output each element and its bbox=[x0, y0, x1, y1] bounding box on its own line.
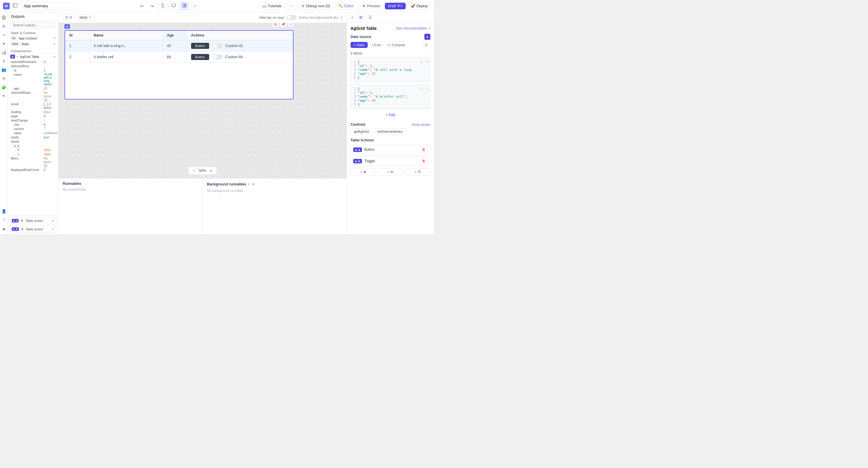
editor-button[interactable]: ✏️ Editor bbox=[335, 2, 357, 10]
undo-button[interactable]: ↩ bbox=[138, 2, 146, 10]
svg-rect-0 bbox=[13, 4, 17, 7]
datasource-label: Data source bbox=[350, 35, 371, 39]
see-documentation-button[interactable]: See documentation ↗ bbox=[396, 26, 430, 30]
ta-item-aa[interactable]: a_a Button 🗑 bbox=[350, 145, 430, 154]
cell-actions-2: Button Custom 84 bbox=[187, 52, 293, 63]
preview-icon: 👁 bbox=[362, 4, 366, 8]
cell-id-2: 2 bbox=[65, 52, 89, 63]
layout-button[interactable] bbox=[180, 2, 189, 10]
sidebar-home-icon[interactable]: 🏠 bbox=[1, 15, 6, 20]
redo-button[interactable]: ↪ bbox=[148, 2, 156, 10]
zoom-in-button[interactable]: + bbox=[209, 168, 213, 173]
state-row-inputs: inputs : bbox=[8, 139, 58, 144]
sidebar-logout-icon[interactable]: ⏏ bbox=[2, 227, 6, 231]
sidebar-puzzle-icon[interactable]: 🧩 bbox=[1, 85, 6, 90]
component-edit-button[interactable]: ✏ bbox=[16, 55, 19, 59]
table-action-item-ab[interactable]: a_b 🖱 Table action ▼ bbox=[10, 226, 56, 233]
ta-ab-icon: 🖱 bbox=[21, 227, 24, 231]
set-selected-index-button[interactable]: setSelectedIndex bbox=[374, 128, 406, 135]
datasource-compute-tab[interactable]: <> Compute bbox=[384, 42, 408, 48]
datasource-static-tab[interactable]: ✏ Static bbox=[350, 42, 368, 48]
ta-item-ab-delete-button[interactable]: 🗑 bbox=[420, 158, 428, 164]
sidebar-flow-icon[interactable]: ⇒ bbox=[2, 33, 5, 37]
table-row[interactable]: 1 A cell with a long n... 42 Button bbox=[65, 40, 293, 52]
add-item-button[interactable]: + Add bbox=[350, 112, 430, 118]
state-row[interactable]: state State ▼ bbox=[8, 41, 58, 47]
sidebar-settings-icon[interactable]: ⚙ bbox=[2, 76, 6, 81]
state-row-id: id : 1 bbox=[8, 68, 58, 72]
state-row-loading: loading : false bbox=[8, 110, 58, 114]
ctx-row[interactable]: ctx App Context ▼ bbox=[8, 35, 58, 41]
row-toggle-1[interactable] bbox=[212, 43, 222, 49]
col-name: Name bbox=[89, 31, 162, 40]
cell-name-1: A cell with a long n... bbox=[89, 40, 162, 52]
expand-button[interactable]: ⤢ bbox=[191, 2, 199, 10]
tutorials-button[interactable]: 📖 Tutorials bbox=[259, 2, 285, 10]
sidebar-grid-icon[interactable]: ⊞ bbox=[2, 24, 5, 28]
row-button-2[interactable]: Button bbox=[191, 54, 209, 60]
ta-item-aa-delete-button[interactable]: 🗑 bbox=[420, 147, 428, 153]
sidebar-person-icon[interactable]: 👤 bbox=[1, 209, 6, 213]
col-id: Id bbox=[65, 31, 89, 40]
sidebar-bar-icon[interactable]: 📊 bbox=[1, 50, 6, 55]
datasource-badge: a bbox=[424, 34, 430, 40]
cell-age-2: 84 bbox=[162, 52, 187, 63]
rp-plus-icon[interactable]: + bbox=[349, 13, 355, 22]
json-block-1-close-button[interactable]: ✕ bbox=[425, 59, 428, 64]
json-block-2-close-button[interactable]: ✕ bbox=[425, 86, 428, 90]
sidebar-star-icon[interactable]: ★ bbox=[2, 41, 6, 46]
add-list-button[interactable]: + ☰ bbox=[405, 168, 430, 175]
add-view-button[interactable]: + 👁 bbox=[378, 168, 403, 175]
desktop-view-button[interactable] bbox=[169, 2, 178, 10]
bg-info-icon[interactable]: ℹ bbox=[248, 182, 249, 186]
preview-button[interactable]: 👁 Preview bbox=[359, 2, 383, 10]
bg-add-button[interactable]: + bbox=[252, 181, 254, 187]
sidebar-eye-icon[interactable]: 👁 bbox=[2, 94, 6, 98]
rp-components-icon[interactable]: ⚙ bbox=[356, 13, 366, 22]
ta-item-aa-badge: a_a bbox=[353, 147, 362, 152]
state-row-filters: filters : No items ([]) bbox=[8, 156, 58, 168]
get-ag-grid-button[interactable]: getAgGrid bbox=[350, 128, 372, 135]
search-outputs-input[interactable] bbox=[10, 22, 56, 28]
hide-bar-toggle[interactable] bbox=[286, 15, 297, 20]
row-toggle-2[interactable] bbox=[212, 54, 222, 60]
frame-add-icon[interactable]: + bbox=[288, 23, 293, 27]
table-row[interactable]: 2 A briefer cell 84 Button bbox=[65, 52, 293, 63]
draft-button[interactable]: Draft ⌘S bbox=[385, 3, 405, 9]
chevron-down-icon: ▼ bbox=[89, 16, 92, 19]
component-chevron-icon: ▼ bbox=[53, 55, 56, 58]
once-dropdown[interactable]: once ▼ bbox=[77, 14, 94, 21]
json-block-2-drag-icon: ⠿ bbox=[420, 87, 423, 92]
table-action-item-aa[interactable]: a_a 🖱 Table action ▼ bbox=[10, 217, 56, 224]
state-row-selectedRows: selectedRows : No items ([]) bbox=[8, 90, 58, 102]
app-title-input[interactable] bbox=[21, 2, 78, 10]
component-badge: a bbox=[10, 55, 15, 59]
rp-layers-icon[interactable]: ☰ bbox=[367, 13, 374, 21]
ta-aa-chevron-icon: ▼ bbox=[52, 219, 54, 222]
refresh-button[interactable]: ↻ 0 bbox=[63, 14, 74, 21]
info-icon: ℹ bbox=[341, 16, 342, 20]
refresh-icon: ↻ bbox=[65, 16, 68, 20]
sidebar-users-icon[interactable]: 👥 bbox=[1, 67, 6, 72]
datasource-eval-tab[interactable]: = Eval bbox=[369, 42, 383, 48]
items-count: 2 items bbox=[350, 51, 430, 56]
frame-pin-icon[interactable]: 📌 bbox=[280, 23, 287, 27]
sidebar-question-icon[interactable]: ? bbox=[3, 218, 5, 222]
svg-rect-3 bbox=[172, 4, 176, 7]
row-button-1[interactable]: Button bbox=[191, 43, 209, 49]
add-component-button[interactable]: + 🖥 bbox=[350, 168, 376, 175]
more-button[interactable]: ⋯ bbox=[287, 2, 296, 10]
deploy-button[interactable]: 🚀 Deploy bbox=[407, 2, 431, 10]
col-actions: Actions bbox=[187, 31, 293, 40]
nav-sidebar-toggle[interactable] bbox=[11, 2, 19, 10]
json-block-1-drag-icon: ⠿ bbox=[420, 60, 423, 65]
show-details-button[interactable]: Show details bbox=[412, 123, 430, 126]
zoom-out-button[interactable]: − bbox=[192, 168, 196, 173]
ta-item-ab[interactable]: a_b Toggle 🗑 bbox=[350, 156, 430, 166]
mobile-view-button[interactable] bbox=[158, 2, 167, 10]
state-row-a-b-1: 1 : false bbox=[8, 152, 58, 156]
datasource-delete-button[interactable]: 🗑 bbox=[423, 41, 430, 48]
debug-runs-button[interactable]: ⚙ Debug runs (0) bbox=[298, 2, 333, 10]
sidebar-dollar-icon[interactable]: $ bbox=[3, 59, 5, 63]
frame-resize-icon[interactable]: ⊞ bbox=[273, 23, 278, 27]
